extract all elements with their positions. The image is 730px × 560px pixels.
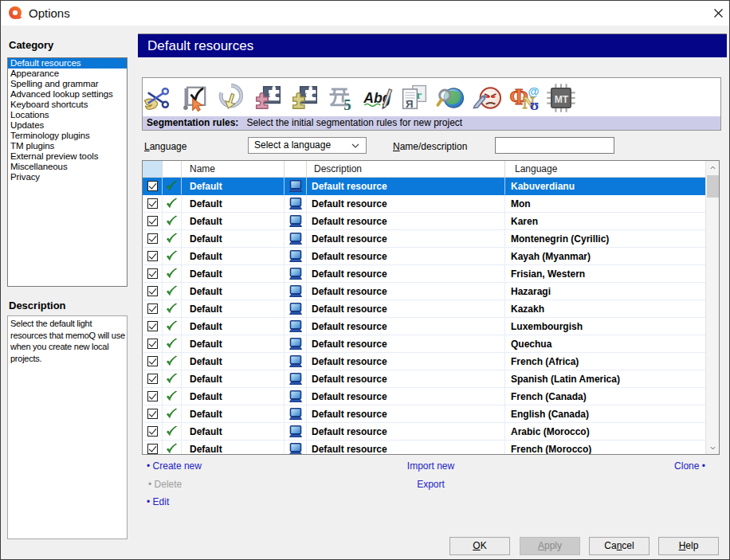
row-checkbox[interactable] <box>147 374 158 384</box>
header-description[interactable]: Description <box>307 161 505 177</box>
row-description-cell: Default resource <box>307 248 505 265</box>
close-button[interactable] <box>700 1 725 25</box>
table-row[interactable]: Default Default resource Arabic (Morocco… <box>143 423 705 441</box>
category-item-terminology-plugins[interactable]: Terminology plugins <box>8 131 127 141</box>
row-name-cell: Default <box>182 265 285 283</box>
table-row[interactable]: Default Default resource French (Canada) <box>143 388 705 405</box>
row-language-cell: French (Morocco) <box>505 441 705 454</box>
table-row[interactable]: Default Default resource Hazaragi <box>143 283 705 300</box>
row-checkbox[interactable] <box>147 444 158 454</box>
row-checkbox[interactable] <box>147 303 158 314</box>
header-status-column[interactable] <box>163 161 182 177</box>
toolbar-button-export-path-rules[interactable]: rЯ <box>396 80 433 116</box>
table-row[interactable]: Default Default resource Mon <box>143 195 705 213</box>
category-item-miscellaneous[interactable]: Miscellaneous <box>8 162 127 172</box>
table-body: Default Default resource Kabuverdianu De… <box>143 178 705 454</box>
green-check-icon <box>166 250 178 262</box>
table-row[interactable]: Default Default resource Luxembourgish <box>143 318 705 335</box>
category-item-keyboard-shortcuts[interactable]: Keyboard shortcuts <box>8 100 127 110</box>
toolbar-button-autocorrect-lists[interactable]: Abg <box>359 80 396 116</box>
apply-button[interactable]: Apply <box>520 537 580 555</box>
category-item-advanced-lookup-settings[interactable]: Advanced lookup settings <box>8 89 127 100</box>
toolbar-button-qa-settings[interactable] <box>176 80 213 116</box>
row-checkbox[interactable] <box>147 356 158 366</box>
ok-button[interactable]: OK <box>449 537 510 555</box>
header-icon-column[interactable] <box>285 161 307 177</box>
category-item-privacy[interactable]: Privacy <box>8 172 127 182</box>
clone-link-row: Clone • <box>674 460 705 472</box>
help-button[interactable]: Help <box>658 537 719 555</box>
toolbar-button-number-formats[interactable]: 5 <box>323 80 359 116</box>
category-item-default-resources[interactable]: Default resources <box>8 58 127 69</box>
toolbar-button-font-substitution[interactable]: Φ@Nʊ <box>506 80 543 116</box>
chevron-down-icon <box>351 143 359 148</box>
category-item-tm-plugins[interactable]: TM plugins <box>8 141 127 151</box>
row-checkbox[interactable] <box>147 321 158 331</box>
row-checkbox[interactable] <box>147 216 158 226</box>
category-item-spelling-and-grammar[interactable]: Spelling and grammar <box>8 79 127 89</box>
category-item-locations[interactable]: Locations <box>8 110 127 120</box>
scroll-up-button[interactable] <box>706 161 720 174</box>
category-item-updates[interactable]: Updates <box>8 120 127 131</box>
row-status-cell <box>163 230 182 248</box>
import-new-link[interactable]: Import new <box>407 460 454 472</box>
local-resource-icon <box>288 408 303 421</box>
table-row[interactable]: Default Default resource English (Canada… <box>143 405 705 423</box>
row-checkbox[interactable] <box>147 251 158 261</box>
row-icon-cell <box>285 335 307 353</box>
name-description-input[interactable] <box>495 137 614 154</box>
row-description-cell: Default resource <box>307 370 505 388</box>
row-checkbox[interactable] <box>147 426 158 437</box>
header-checkbox-column[interactable] <box>143 161 163 177</box>
row-checkbox-cell <box>143 230 163 248</box>
toolbar-button-mt-settings[interactable]: MT <box>543 80 579 116</box>
header-language[interactable]: Language <box>505 161 705 177</box>
table-row[interactable]: Default Default resource French (Africa) <box>143 353 705 370</box>
category-item-appearance[interactable]: Appearance <box>8 69 127 79</box>
toolbar-button-livedocs-settings[interactable] <box>286 80 323 116</box>
cancel-button[interactable]: Cancel <box>589 537 650 555</box>
table-row[interactable]: Default Default resource Spanish (Latin … <box>143 370 705 388</box>
row-checkbox[interactable] <box>147 286 158 296</box>
toolbar-button-segmentation-rules[interactable] <box>139 80 176 116</box>
row-icon-cell <box>285 423 307 441</box>
category-list[interactable]: Default resourcesAppearanceSpelling and … <box>7 57 128 287</box>
language-combobox[interactable]: Select a language <box>248 137 367 154</box>
table-row[interactable]: Default Default resource Montenegrin (Cy… <box>143 230 705 248</box>
row-checkbox-cell <box>143 265 163 283</box>
row-checkbox-cell <box>143 248 163 265</box>
table-row[interactable]: Default Default resource Frisian, Wester… <box>143 265 705 283</box>
row-icon-cell <box>285 248 307 265</box>
toolbar-button-web-search-settings[interactable] <box>433 80 469 116</box>
vertical-scrollbar[interactable] <box>705 161 719 454</box>
table-row[interactable]: Default Default resource Kabuverdianu <box>143 178 705 195</box>
scroll-down-button[interactable] <box>706 441 720 454</box>
row-checkbox[interactable] <box>147 391 158 401</box>
row-checkbox[interactable] <box>147 198 158 209</box>
table-row[interactable]: Default Default resource Karen <box>143 213 705 230</box>
row-status-cell <box>163 178 182 195</box>
row-checkbox[interactable] <box>147 268 158 279</box>
memoq-logo-icon <box>9 6 22 20</box>
row-language-cell: Spanish (Latin America) <box>505 370 705 388</box>
row-checkbox[interactable] <box>147 233 158 244</box>
edit-link[interactable]: Edit <box>153 496 170 507</box>
table-row[interactable]: Default Default resource Quechua <box>143 335 705 353</box>
export-link[interactable]: Export <box>417 479 445 490</box>
toolbar-button-auto-translation-rules[interactable] <box>213 80 249 116</box>
table-row[interactable]: Default Default resource Kazakh <box>143 300 705 318</box>
toolbar-button-offensive-words[interactable] <box>469 80 506 116</box>
scrollbar-thumb[interactable] <box>707 175 719 198</box>
row-icon-cell <box>285 388 307 405</box>
table-row[interactable]: Default Default resource Kayah (Myanmar) <box>143 248 705 265</box>
category-item-external-preview-tools[interactable]: External preview tools <box>8 151 127 162</box>
row-status-cell <box>163 283 182 300</box>
row-name-cell: Default <box>182 178 285 195</box>
clone-link[interactable]: Clone <box>674 460 699 472</box>
row-checkbox[interactable] <box>147 181 158 191</box>
row-checkbox[interactable] <box>147 339 158 349</box>
row-checkbox[interactable] <box>147 409 158 419</box>
toolbar-button-tm-settings[interactable] <box>249 80 286 116</box>
header-name[interactable]: Name <box>182 161 285 177</box>
table-row[interactable]: Default Default resource French (Morocco… <box>143 441 705 454</box>
